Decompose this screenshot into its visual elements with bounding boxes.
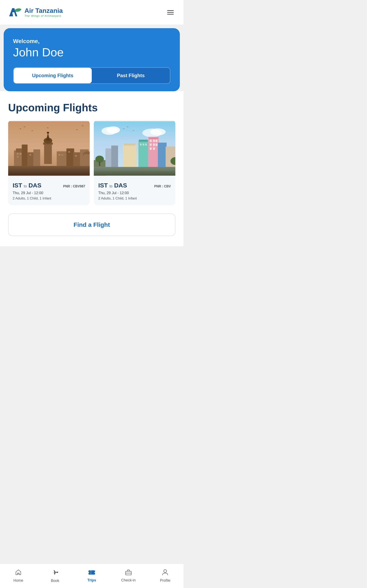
svg-rect-59 bbox=[94, 168, 175, 171]
route-to-label: to bbox=[109, 184, 113, 189]
svg-rect-45 bbox=[140, 144, 142, 146]
to-code: DAS bbox=[29, 182, 42, 189]
svg-rect-17 bbox=[8, 166, 90, 176]
hamburger-icon bbox=[167, 10, 174, 15]
to-code: DAS bbox=[114, 182, 127, 189]
pnr-code: PNR : CBV987 bbox=[63, 185, 85, 188]
svg-point-32 bbox=[150, 129, 166, 135]
from-code: IST bbox=[98, 182, 108, 189]
flight-card-body: IST to DAS PNR : CBV987 Thu, 29 Jul - 12… bbox=[8, 178, 90, 205]
tab-past[interactable]: Past Flights bbox=[92, 68, 170, 83]
svg-rect-34 bbox=[149, 138, 158, 139]
svg-rect-49 bbox=[123, 145, 137, 171]
svg-rect-22 bbox=[59, 154, 60, 156]
nav-home[interactable]: Home bbox=[0, 567, 37, 585]
logo-tagline: The Wings of Kilimanjaro bbox=[25, 14, 63, 17]
svg-rect-46 bbox=[143, 144, 144, 146]
nav-home-label: Home bbox=[13, 579, 23, 583]
svg-rect-24 bbox=[68, 151, 70, 153]
svg-point-30 bbox=[106, 126, 120, 133]
route-to-label: to bbox=[24, 184, 27, 189]
menu-button[interactable] bbox=[166, 9, 175, 16]
profile-icon bbox=[162, 569, 168, 577]
user-name: John Doe bbox=[13, 45, 170, 59]
svg-rect-7 bbox=[47, 132, 49, 134]
flight-card[interactable]: IST to DAS PNR : CBV Thu, 29 Jul - 12:00… bbox=[94, 120, 175, 205]
logo-icon bbox=[8, 6, 22, 18]
svg-rect-60 bbox=[17, 573, 19, 575]
main-content: Upcoming Flights bbox=[0, 91, 184, 246]
svg-rect-50 bbox=[124, 144, 136, 146]
nav-trips-label: Trips bbox=[87, 578, 96, 582]
flight-image-dar bbox=[94, 120, 175, 177]
svg-rect-39 bbox=[153, 144, 155, 146]
svg-point-55 bbox=[95, 156, 104, 163]
nav-book[interactable]: Book bbox=[37, 567, 73, 585]
svg-rect-25 bbox=[75, 155, 77, 156]
nav-checkin[interactable]: Check-in bbox=[110, 567, 147, 585]
svg-rect-20 bbox=[17, 156, 18, 157]
svg-rect-42 bbox=[153, 147, 155, 150]
tab-upcoming[interactable]: Upcoming Flights bbox=[14, 68, 92, 83]
tabs-container: Upcoming Flights Past Flights bbox=[13, 67, 170, 84]
nav-book-label: Book bbox=[51, 579, 59, 583]
checkin-icon bbox=[125, 569, 132, 577]
svg-rect-19 bbox=[20, 153, 21, 155]
svg-rect-18 bbox=[17, 153, 18, 155]
flight-route: IST to DAS PNR : CBV987 bbox=[13, 182, 85, 189]
svg-rect-40 bbox=[156, 144, 158, 146]
flights-grid: IST to DAS PNR : CBV987 Thu, 29 Jul - 12… bbox=[8, 120, 175, 205]
welcome-card: Welcome, John Doe Upcoming Flights Past … bbox=[4, 28, 180, 91]
flight-card[interactable]: IST to DAS PNR : CBV987 Thu, 29 Jul - 12… bbox=[8, 120, 90, 205]
svg-rect-27 bbox=[84, 154, 90, 166]
pnr-code: PNR : CBV bbox=[154, 185, 171, 188]
logo-text-group: Air Tanzania The Wings of Kilimanjaro bbox=[25, 7, 63, 17]
greeting-text: Welcome, bbox=[13, 38, 170, 44]
flight-route: IST to DAS PNR : CBV bbox=[98, 182, 171, 189]
svg-point-0 bbox=[11, 12, 12, 13]
section-title: Upcoming Flights bbox=[8, 102, 175, 114]
svg-rect-56 bbox=[99, 162, 100, 166]
svg-rect-21 bbox=[30, 154, 31, 156]
svg-rect-48 bbox=[158, 143, 167, 171]
bottom-nav: Home Book Trips Chec bbox=[0, 563, 184, 588]
logo-brand: Air Tanzania bbox=[25, 7, 63, 14]
svg-rect-36 bbox=[153, 140, 155, 142]
flight-date: Thu, 29 Jul - 12:00 bbox=[98, 191, 171, 195]
svg-rect-38 bbox=[150, 144, 152, 146]
svg-rect-47 bbox=[145, 144, 147, 146]
flight-passengers: 2 Adults, 1 Child, 1 Infant bbox=[13, 196, 85, 200]
nav-trips[interactable]: Trips bbox=[73, 567, 110, 585]
svg-rect-41 bbox=[150, 147, 152, 150]
book-icon bbox=[52, 569, 58, 577]
svg-rect-23 bbox=[62, 154, 63, 156]
nav-profile[interactable]: Profile bbox=[147, 567, 184, 585]
trips-icon bbox=[88, 570, 95, 577]
flight-card-body: IST to DAS PNR : CBV Thu, 29 Jul - 12:00… bbox=[94, 178, 175, 205]
flight-image-istanbul bbox=[8, 120, 90, 177]
nav-profile-label: Profile bbox=[160, 579, 170, 583]
svg-rect-37 bbox=[156, 140, 158, 142]
flight-date: Thu, 29 Jul - 12:00 bbox=[13, 191, 85, 195]
logo: Air Tanzania The Wings of Kilimanjaro bbox=[8, 6, 63, 18]
flight-passengers: 2 Adults, 1 Child, 1 Infant bbox=[98, 196, 171, 200]
svg-rect-44 bbox=[139, 140, 148, 142]
find-flight-button[interactable]: Find a Flight bbox=[8, 214, 175, 236]
home-icon bbox=[15, 569, 22, 577]
nav-checkin-label: Check-in bbox=[121, 578, 136, 582]
svg-rect-35 bbox=[150, 140, 152, 142]
app-header: Air Tanzania The Wings of Kilimanjaro bbox=[0, 0, 184, 25]
svg-point-64 bbox=[164, 570, 167, 572]
from-code: IST bbox=[13, 182, 22, 189]
